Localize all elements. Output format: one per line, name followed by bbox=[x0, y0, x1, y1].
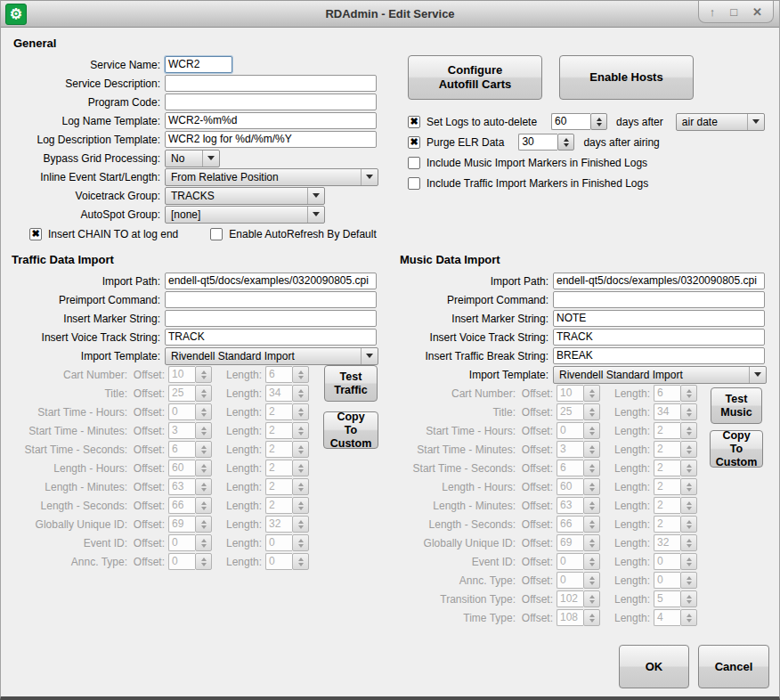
length-spinbox: 5 bbox=[654, 590, 697, 607]
offset-spinbox: 10 bbox=[557, 385, 600, 402]
spinner-arrows-icon bbox=[680, 441, 697, 458]
configure-autofill-carts-button[interactable]: Configure Autofill Carts bbox=[408, 55, 542, 100]
chain-to-checkbox[interactable]: ✖ bbox=[29, 228, 42, 240]
music-copy-to-custom-button[interactable]: Copy To Custom bbox=[710, 430, 763, 468]
offset-spinbox: 102 bbox=[557, 590, 600, 607]
close-icon[interactable]: ✕ bbox=[752, 6, 762, 18]
chevron-down-icon bbox=[747, 114, 764, 130]
log-options-section: ✖ Set Logs to auto-delete 60 days after … bbox=[408, 111, 780, 193]
inline-event-label: Inline Event Start/Length: bbox=[1, 171, 165, 183]
traffic-template-select[interactable]: Rivendell Standard Import bbox=[165, 347, 378, 365]
traffic-voice-track-input[interactable]: TRACK bbox=[165, 329, 377, 346]
spinner-arrows-icon bbox=[680, 590, 697, 607]
service-name-input[interactable]: WCR2 bbox=[165, 56, 232, 73]
voicetrack-group-row: Voicetrack Group: TRACKS bbox=[1, 186, 389, 205]
length-label: Length: bbox=[221, 387, 265, 400]
spinner-arrows-icon bbox=[292, 422, 309, 439]
chevron-down-icon bbox=[307, 188, 324, 204]
inline-event-select[interactable]: From Relative Position bbox=[165, 168, 378, 186]
music-marker-row: Insert Marker String: NOTE bbox=[389, 309, 780, 328]
length-label: Length: bbox=[609, 574, 654, 587]
auto-delete-checkbox[interactable]: ✖ bbox=[408, 116, 420, 128]
auto-delete-suffix: days after bbox=[616, 116, 663, 128]
length-label: Length: bbox=[221, 462, 265, 475]
spinner-arrows-icon[interactable] bbox=[590, 113, 607, 130]
check-icon: ✖ bbox=[31, 229, 39, 239]
music-marker-input[interactable]: NOTE bbox=[553, 310, 765, 327]
offset-label: Offset: bbox=[131, 500, 168, 512]
offset-spinbox: 3 bbox=[557, 441, 600, 458]
offset-spinbox: 60 bbox=[557, 478, 600, 495]
length-spinbox: 2 bbox=[265, 422, 309, 439]
spinner-arrows-icon bbox=[583, 422, 600, 439]
offset-label: Offset: bbox=[519, 387, 557, 400]
spinner-arrows-icon[interactable] bbox=[557, 134, 574, 151]
include-traffic-markers-checkbox[interactable] bbox=[408, 177, 420, 190]
traffic-copy-to-custom-button[interactable]: Copy To Custom bbox=[323, 411, 378, 449]
spinner-arrows-icon bbox=[292, 497, 309, 514]
length-spinbox: 2 bbox=[654, 478, 697, 495]
auto-delete-label: Set Logs to auto-delete bbox=[427, 116, 537, 128]
offset-label: Offset: bbox=[131, 369, 168, 381]
length-label: Length: bbox=[221, 425, 265, 437]
offset-spinbox: 0 bbox=[168, 403, 212, 420]
cancel-button[interactable]: Cancel bbox=[698, 645, 769, 688]
service-description-input[interactable] bbox=[165, 75, 377, 92]
music-traffic-break-input[interactable]: BREAK bbox=[553, 347, 765, 364]
titlebar[interactable]: ⚙ RDAdmin - Edit Service ↑ □ ✕ bbox=[1, 1, 779, 28]
offset-spinbox: 63 bbox=[557, 497, 600, 514]
enable-hosts-button[interactable]: Enable Hosts bbox=[559, 55, 694, 100]
autospot-group-select[interactable]: [none] bbox=[165, 206, 325, 224]
length-spinbox: 2 bbox=[654, 516, 697, 533]
bypass-grid-select[interactable]: No bbox=[165, 150, 220, 167]
ok-button[interactable]: OK bbox=[619, 645, 689, 688]
music-voice-track-input[interactable]: TRACK bbox=[553, 329, 765, 346]
spinner-arrows-icon bbox=[195, 366, 212, 383]
edit-service-dialog: ⚙ RDAdmin - Edit Service ↑ □ ✕ General S… bbox=[0, 0, 780, 700]
log-description-template-input[interactable]: WCR2 log for %d/%m/%Y bbox=[165, 131, 377, 148]
length-label: Length: bbox=[221, 369, 265, 381]
maximize-icon[interactable]: □ bbox=[730, 6, 737, 18]
spinner-arrows-icon bbox=[583, 403, 600, 420]
shade-icon[interactable]: ↑ bbox=[710, 6, 716, 18]
auto-delete-unit-select[interactable]: air date bbox=[676, 113, 765, 131]
length-label: Length: bbox=[609, 556, 654, 568]
spinner-arrows-icon bbox=[195, 516, 212, 533]
log-name-template-input[interactable]: WCR2-%m%d bbox=[165, 112, 377, 129]
music-preimport-input[interactable] bbox=[553, 291, 765, 308]
voicetrack-group-select[interactable]: TRACKS bbox=[165, 187, 325, 205]
window-controls: ↑ □ ✕ bbox=[698, 1, 774, 23]
purge-elr-days-spinbox[interactable]: 30 bbox=[518, 134, 574, 151]
auto-delete-days-spinbox[interactable]: 60 bbox=[551, 113, 607, 130]
spinner-arrows-icon bbox=[292, 460, 309, 476]
spinner-arrows-icon bbox=[195, 403, 212, 420]
field-label: Start Time - Seconds: bbox=[389, 462, 519, 475]
length-label: Length: bbox=[221, 500, 265, 512]
autorefresh-checkbox[interactable] bbox=[210, 228, 223, 240]
program-code-input[interactable] bbox=[165, 94, 377, 110]
traffic-preimport-input[interactable] bbox=[165, 291, 377, 308]
field-parser-row: Time Type: Offset: 108 Length: 4 bbox=[389, 608, 780, 627]
length-spinbox: 2 bbox=[265, 460, 309, 476]
offset-label: Offset: bbox=[519, 406, 557, 419]
test-traffic-button[interactable]: Test Traffic bbox=[324, 365, 378, 402]
field-label: Event ID: bbox=[1, 537, 131, 549]
length-spinbox: 2 bbox=[654, 441, 697, 458]
spinner-arrows-icon bbox=[583, 590, 600, 607]
traffic-marker-input[interactable] bbox=[165, 310, 377, 327]
length-spinbox: 2 bbox=[265, 403, 309, 420]
length-spinbox: 2 bbox=[265, 478, 309, 495]
offset-label: Offset: bbox=[519, 518, 557, 531]
include-music-markers-checkbox[interactable] bbox=[408, 157, 420, 169]
field-parser-row: Annc. Type: Offset: 0 Length: 0 bbox=[389, 571, 780, 590]
length-spinbox: 0 bbox=[265, 553, 309, 570]
field-label: Globally Unique ID: bbox=[1, 518, 131, 531]
music-import-path-input[interactable]: endell-qt5/docs/examples/0320090805.cpi bbox=[553, 273, 765, 289]
field-label: Globally Unique ID: bbox=[389, 537, 519, 549]
field-label: Cart Number: bbox=[1, 369, 131, 381]
general-heading: General bbox=[13, 37, 389, 50]
traffic-import-path-input[interactable]: endell-qt5/docs/examples/0320090805.cpi bbox=[165, 273, 377, 289]
test-music-button[interactable]: Test Music bbox=[711, 387, 762, 424]
purge-elr-checkbox[interactable]: ✖ bbox=[408, 136, 420, 149]
music-template-select[interactable]: Rivendell Standard Import bbox=[553, 366, 767, 384]
